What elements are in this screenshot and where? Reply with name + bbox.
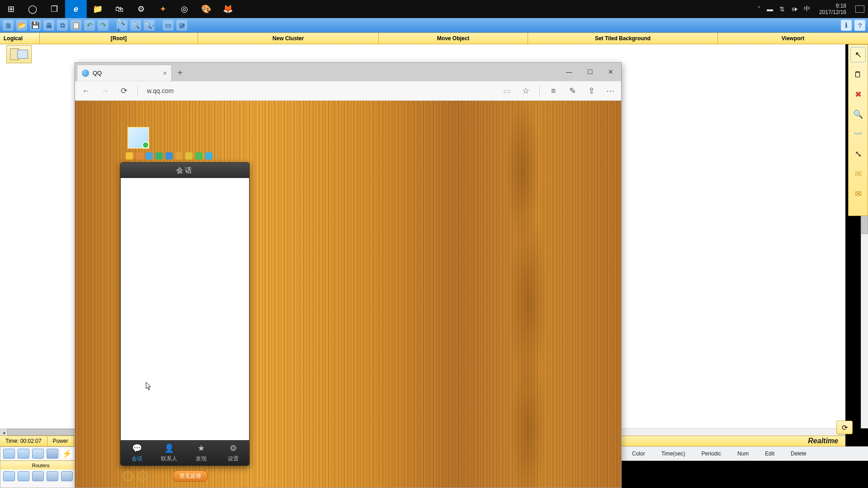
new-file-icon[interactable]: 🗎 — [3, 20, 14, 31]
draw-tool[interactable]: 〰 — [851, 127, 865, 141]
paste-icon[interactable]: 📋 — [71, 20, 81, 31]
device-category-router[interactable] — [3, 449, 15, 459]
nav-refresh-icon[interactable]: ⟳ — [117, 84, 131, 98]
clock[interactable]: 9:18 2017/12/16 — [816, 3, 849, 15]
window-close-button[interactable]: ✕ — [600, 63, 621, 81]
cortana-button[interactable]: ◯ — [22, 0, 43, 18]
help-icon[interactable]: ? — [854, 20, 865, 31]
qq-conversation-list[interactable] — [121, 178, 249, 440]
tab-discover[interactable]: ★ 发现 — [185, 440, 217, 465]
qq-quick-icons — [126, 152, 250, 160]
browser-icon[interactable] — [165, 152, 173, 160]
ime-icon[interactable]: 中 — [804, 5, 810, 13]
device-model-4[interactable] — [47, 471, 58, 481]
device-model-5[interactable] — [61, 471, 73, 481]
complex-pdu-tool[interactable]: ✉ — [851, 187, 865, 201]
simulation-toggle-icon[interactable]: ⟳ — [836, 421, 853, 434]
app-target[interactable]: ◎ — [174, 0, 195, 18]
device-category-wireless[interactable] — [47, 449, 58, 459]
resize-tool[interactable]: ⤡ — [851, 147, 865, 161]
battery-icon[interactable]: ▬ — [767, 5, 773, 13]
tab-close-icon[interactable]: × — [163, 70, 167, 77]
contacts-icon: 👤 — [164, 443, 174, 453]
print-icon[interactable]: 🖶 — [43, 20, 54, 31]
news-icon[interactable] — [175, 152, 183, 160]
device-model-3[interactable] — [32, 471, 44, 481]
realtime-label[interactable]: Realtime — [801, 437, 845, 445]
start-button[interactable]: ⊞ — [0, 0, 22, 18]
device-category-hub[interactable] — [32, 449, 44, 459]
undo-icon[interactable]: ↶ — [84, 20, 95, 31]
btn-move-object[interactable]: Move Object — [379, 33, 528, 44]
zoom-reset-icon[interactable]: 🔍 — [130, 20, 141, 31]
power-cycle-button[interactable]: Power — [47, 436, 74, 446]
zoom-out-icon[interactable]: 🔍- — [144, 20, 155, 31]
store-taskbar[interactable]: 🛍 — [108, 0, 130, 18]
inspect-tool[interactable]: 🔍 — [851, 107, 865, 122]
browser-tab[interactable]: QQ × — [77, 65, 172, 81]
qq-next-icon[interactable]: › — [137, 471, 147, 481]
edge-taskbar[interactable]: e — [65, 0, 87, 18]
tab-chat[interactable]: 💬 会话 — [121, 440, 153, 465]
tab-label: 发现 — [196, 455, 207, 463]
copy-icon[interactable]: ⧉ — [57, 20, 68, 31]
mail-icon[interactable] — [136, 152, 143, 160]
delete-tool[interactable]: ✖ — [851, 87, 865, 102]
tab-logical[interactable]: Logical — [0, 33, 40, 44]
app-orange[interactable]: ✦ — [152, 0, 174, 18]
game-icon[interactable] — [195, 152, 203, 160]
action-center-icon[interactable] — [855, 5, 864, 13]
breadcrumb-root[interactable]: [Root] — [40, 33, 198, 44]
window-maximize-button[interactable]: ☐ — [580, 63, 600, 81]
music-icon[interactable] — [156, 152, 163, 160]
logical-navigate-icon[interactable] — [6, 45, 32, 63]
taskview-button[interactable]: ❐ — [43, 0, 65, 18]
tab-settings[interactable]: ⚙ 设置 — [217, 440, 249, 465]
qzone-icon[interactable] — [126, 152, 133, 160]
device-model-2[interactable] — [18, 471, 29, 481]
qq-prev-icon[interactable]: ‹ — [123, 471, 133, 481]
btn-new-cluster[interactable]: New Cluster — [198, 33, 379, 44]
wifi-icon[interactable]: ⇅ — [779, 5, 785, 13]
favorite-icon[interactable]: ☆ — [519, 84, 533, 98]
search-icon[interactable] — [146, 152, 153, 160]
palette-draw-icon[interactable]: ▭ — [163, 20, 174, 31]
reading-view-icon[interactable]: ▭ — [500, 84, 514, 98]
device-model-1[interactable] — [3, 471, 15, 481]
simple-pdu-tool[interactable]: ✉ — [851, 167, 865, 181]
settings-taskbar[interactable]: ⚙ — [130, 0, 152, 18]
custom-device-icon[interactable]: 🖳 — [176, 20, 187, 31]
nav-forward-icon[interactable]: → — [98, 84, 112, 98]
redo-icon[interactable]: ↷ — [98, 20, 108, 31]
webnote-icon[interactable]: ✎ — [565, 84, 580, 98]
window-minimize-button[interactable]: — — [559, 63, 580, 81]
app-firefox[interactable]: 🦊 — [217, 0, 239, 18]
device-category-switch[interactable] — [18, 449, 29, 459]
explorer-taskbar[interactable]: 📁 — [87, 0, 108, 18]
tray-chevron-icon[interactable]: ˅ — [757, 5, 760, 13]
zoom-in-icon[interactable]: 🔍+ — [117, 20, 127, 31]
btn-viewport[interactable]: Viewport — [718, 33, 868, 44]
save-icon[interactable]: 💾 — [30, 20, 41, 31]
device-category-connection[interactable]: ⚡ — [61, 449, 73, 459]
select-tool[interactable]: ↖ — [851, 47, 865, 62]
qq-feedback-button[interactable]: 意见反馈 — [173, 470, 208, 482]
volume-icon[interactable]: 🕪 — [791, 5, 797, 13]
place-note-tool[interactable]: 🗒 — [851, 67, 865, 82]
share-icon[interactable]: ⇪ — [584, 84, 599, 98]
more-icon[interactable]: ⋯ — [603, 84, 618, 98]
tab-contacts[interactable]: 👤 联系人 — [153, 440, 185, 465]
url-input[interactable] — [144, 84, 388, 98]
wallet-icon[interactable] — [185, 152, 193, 160]
open-file-icon[interactable]: 📂 — [16, 20, 27, 31]
video-icon[interactable] — [205, 152, 212, 160]
btn-set-background[interactable]: Set Tiled Background — [528, 33, 718, 44]
scroll-left-icon[interactable]: ◂ — [0, 429, 7, 436]
col-periodic: Periodic — [693, 450, 729, 457]
hub-icon[interactable]: ≡ — [546, 84, 561, 98]
nav-back-icon[interactable]: ← — [79, 84, 93, 98]
new-tab-button[interactable]: + — [172, 65, 188, 81]
info-icon[interactable]: ℹ — [841, 20, 852, 31]
qq-avatar[interactable] — [127, 127, 149, 149]
app-palette[interactable]: 🎨 — [195, 0, 217, 18]
